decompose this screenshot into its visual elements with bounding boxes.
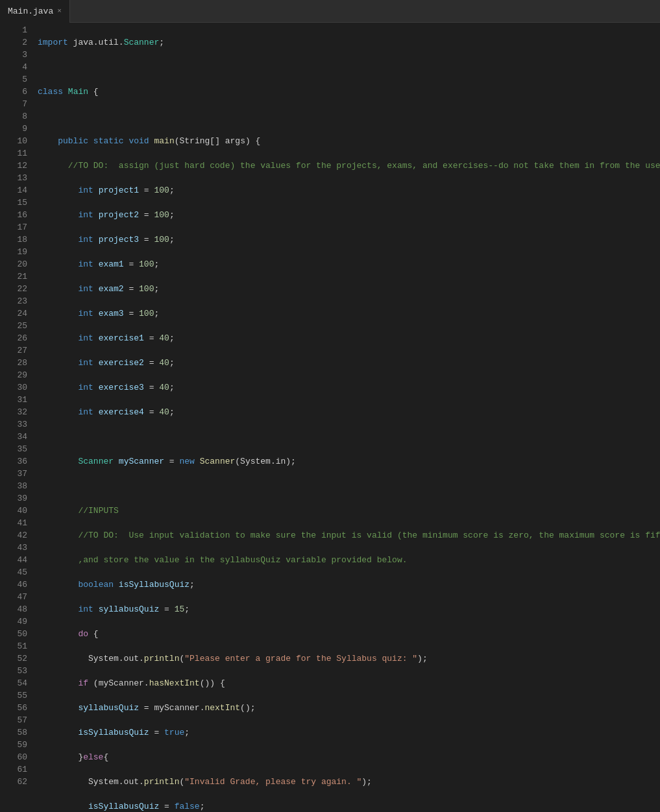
code-line-4 [38, 110, 660, 123]
editor-container: Main.java × 12345 678910 1112131415 1617… [0, 0, 660, 812]
code-line-19 [38, 480, 660, 492]
code-line-28: isSyllabusQuiz = true; [38, 726, 660, 739]
code-line-14: int exercise2 = 40; [38, 357, 660, 369]
code-line-3: class Main { [38, 86, 660, 98]
code-line-1: import java.util.Scanner; [38, 36, 660, 49]
code-line-7: int project1 = 100; [38, 184, 660, 197]
code-line-15: int exercise3 = 40; [38, 381, 660, 394]
code-line-23: int syllabusQuiz = 15; [38, 603, 660, 615]
code-line-29: }else{ [38, 751, 660, 763]
line-numbers: 12345 678910 1112131415 1617181920 21222… [0, 23, 32, 812]
code-line-12: int exam3 = 100; [38, 307, 660, 320]
code-line-13: int exercise1 = 40; [38, 332, 660, 344]
code-line-20: //INPUTS [38, 505, 660, 517]
tab-bar: Main.java × [0, 0, 660, 23]
code-line-21: //TO DO: Use input validation to make su… [38, 529, 660, 542]
code-line-18: Scanner myScanner = new Scanner(System.i… [38, 455, 660, 468]
code-line-30: System.out.println("Invalid Grade, pleas… [38, 776, 660, 788]
code-line-10: int exam1 = 100; [38, 258, 660, 270]
code-area: 12345 678910 1112131415 1617181920 21222… [0, 23, 660, 812]
code-line-27: syllabusQuiz = myScanner.nextInt(); [38, 702, 660, 714]
code-line-17 [38, 431, 660, 443]
tab-filename: Main.java [8, 6, 53, 16]
code-line-26: if (myScanner.hasNextInt()) { [38, 677, 660, 689]
code-line-31: isSyllabusQuiz = false; [38, 800, 660, 812]
code-line-21b: ,and store the value in the syllabusQuiz… [38, 554, 660, 566]
code-line-22: boolean isSyllabusQuiz; [38, 579, 660, 591]
code-line-16: int exercise4 = 40; [38, 406, 660, 418]
tab-close-icon[interactable]: × [57, 7, 62, 15]
code-line-2 [38, 61, 660, 73]
code-line-5: public static void main(String[] args) { [38, 135, 660, 147]
code-line-8: int project2 = 100; [38, 209, 660, 221]
code-line-24: do { [38, 628, 660, 640]
code-line-11: int exam2 = 100; [38, 283, 660, 295]
code-line-25: System.out.println("Please enter a grade… [38, 652, 660, 665]
main-java-tab[interactable]: Main.java × [0, 0, 70, 23]
code-line-9: int project3 = 100; [38, 233, 660, 246]
code-content[interactable]: import java.util.Scanner; class Main { p… [32, 23, 660, 812]
code-line-6: //TO DO: assign (just hard code) the val… [38, 160, 660, 172]
